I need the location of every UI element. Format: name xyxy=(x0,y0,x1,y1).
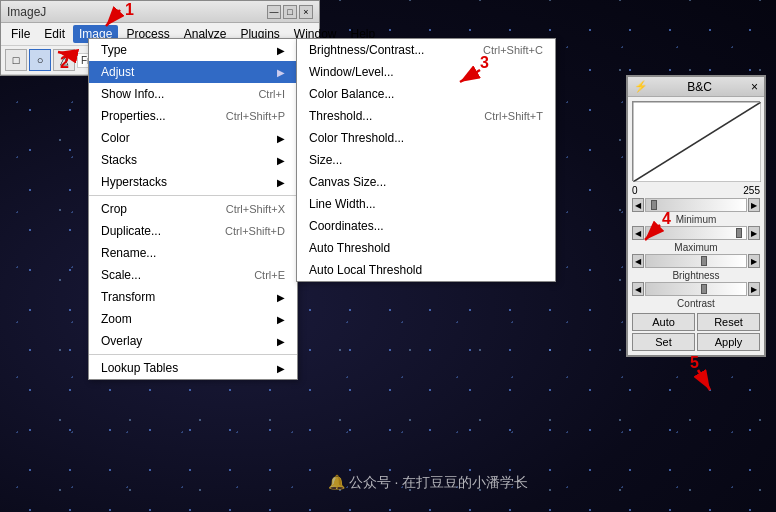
bc-max-label: 255 xyxy=(743,185,760,196)
bc-icon: ⚡ xyxy=(634,80,648,93)
bc-graph xyxy=(632,101,760,181)
minimum-label: Minimum xyxy=(632,214,760,225)
set-button[interactable]: Set xyxy=(632,333,695,351)
bc-close-button[interactable]: × xyxy=(751,80,758,94)
adjust-submenu: Brightness/Contrast... Ctrl+Shift+C Wind… xyxy=(296,38,556,282)
minimum-slider-row: ◀ ▶ xyxy=(632,198,760,212)
auto-button[interactable]: Auto xyxy=(632,313,695,331)
minimum-slider-thumb[interactable] xyxy=(651,200,657,210)
submenu-auto-threshold[interactable]: Auto Threshold xyxy=(297,237,555,259)
submenu-auto-local-threshold[interactable]: Auto Local Threshold xyxy=(297,259,555,281)
submenu-line-width[interactable]: Line Width... xyxy=(297,193,555,215)
menu-crop[interactable]: Crop Ctrl+Shift+X xyxy=(89,198,297,220)
brightness-slider-left[interactable]: ◀ xyxy=(632,254,644,268)
submenu-coordinates[interactable]: Coordinates... xyxy=(297,215,555,237)
menu-duplicate[interactable]: Duplicate... Ctrl+Shift+D xyxy=(89,220,297,242)
submenu-window-level[interactable]: Window/Level... xyxy=(297,61,555,83)
maximum-slider-track[interactable] xyxy=(645,226,747,240)
menu-show-info[interactable]: Show Info... Ctrl+I xyxy=(89,83,297,105)
bc-panel: ⚡ B&C × 0 255 ◀ ▶ Minimum xyxy=(626,75,766,357)
bc-content: 0 255 ◀ ▶ Minimum ◀ ▶ Maximum ◀ ▶ xyxy=(628,97,764,355)
close-button[interactable]: × xyxy=(299,5,313,19)
divider-1 xyxy=(89,195,297,196)
apply-button[interactable]: Apply xyxy=(697,333,760,351)
tool-rectangle[interactable]: □ xyxy=(5,49,27,71)
maximum-slider-thumb[interactable] xyxy=(736,228,742,238)
menu-scale[interactable]: Scale... Ctrl+E xyxy=(89,264,297,286)
menu-transform[interactable]: Transform ▶ xyxy=(89,286,297,308)
contrast-slider-track[interactable] xyxy=(645,282,747,296)
image-dropdown: Type ▶ Adjust ▶ Show Info... Ctrl+I Prop… xyxy=(88,38,298,380)
bc-min-label: 0 xyxy=(632,185,638,196)
maximum-slider-left[interactable]: ◀ xyxy=(632,226,644,240)
menu-type[interactable]: Type ▶ xyxy=(89,39,297,61)
submenu-color-balance[interactable]: Color Balance... xyxy=(297,83,555,105)
app-title: ImageJ xyxy=(7,5,46,19)
contrast-slider-left[interactable]: ◀ xyxy=(632,282,644,296)
maximum-slider-row: ◀ ▶ xyxy=(632,226,760,240)
menu-adjust[interactable]: Adjust ▶ xyxy=(89,61,297,83)
maximize-button[interactable]: □ xyxy=(283,5,297,19)
minimum-slider-track[interactable] xyxy=(645,198,747,212)
maximum-slider-right[interactable]: ▶ xyxy=(748,226,760,240)
menu-hyperstacks[interactable]: Hyperstacks ▶ xyxy=(89,171,297,193)
brightness-slider-right[interactable]: ▶ xyxy=(748,254,760,268)
menu-rename[interactable]: Rename... xyxy=(89,242,297,264)
brightness-label: Brightness xyxy=(632,270,760,281)
maximum-label: Maximum xyxy=(632,242,760,253)
bc-title-bar: ⚡ B&C × xyxy=(628,77,764,97)
reset-button[interactable]: Reset xyxy=(697,313,760,331)
contrast-label: Contrast xyxy=(632,298,760,309)
menu-overlay[interactable]: Overlay ▶ xyxy=(89,330,297,352)
bc-histogram-svg xyxy=(633,102,761,182)
bc-title: B&C xyxy=(687,80,712,94)
submenu-size[interactable]: Size... xyxy=(297,149,555,171)
minimize-button[interactable]: — xyxy=(267,5,281,19)
submenu-brightness-contrast[interactable]: Brightness/Contrast... Ctrl+Shift+C xyxy=(297,39,555,61)
bc-range-labels: 0 255 xyxy=(632,185,760,196)
menu-stacks[interactable]: Stacks ▶ xyxy=(89,149,297,171)
tool-oval[interactable]: ○ xyxy=(29,49,51,71)
minimum-slider-right[interactable]: ▶ xyxy=(748,198,760,212)
window-controls: — □ × xyxy=(267,5,313,19)
watermark: 🔔 公众号 · 在打豆豆的小潘学长 xyxy=(328,474,529,492)
divider-2 xyxy=(89,354,297,355)
submenu-color-threshold[interactable]: Color Threshold... xyxy=(297,127,555,149)
menu-properties[interactable]: Properties... Ctrl+Shift+P xyxy=(89,105,297,127)
brightness-slider-track[interactable] xyxy=(645,254,747,268)
menu-color[interactable]: Color ▶ xyxy=(89,127,297,149)
menu-zoom[interactable]: Zoom ▶ xyxy=(89,308,297,330)
submenu-threshold[interactable]: Threshold... Ctrl+Shift+T xyxy=(297,105,555,127)
bc-buttons: Auto Reset Set Apply xyxy=(632,313,760,351)
minimum-slider-left[interactable]: ◀ xyxy=(632,198,644,212)
tool-polygon[interactable]: △ xyxy=(53,49,75,71)
menu-lookup-tables[interactable]: Lookup Tables ▶ xyxy=(89,357,297,379)
submenu-canvas-size[interactable]: Canvas Size... xyxy=(297,171,555,193)
menu-edit[interactable]: Edit xyxy=(38,25,71,43)
title-bar: ImageJ — □ × xyxy=(1,1,319,23)
menu-file[interactable]: File xyxy=(5,25,36,43)
brightness-slider-row: ◀ ▶ xyxy=(632,254,760,268)
contrast-slider-row: ◀ ▶ xyxy=(632,282,760,296)
contrast-slider-right[interactable]: ▶ xyxy=(748,282,760,296)
contrast-slider-thumb[interactable] xyxy=(701,284,707,294)
brightness-slider-thumb[interactable] xyxy=(701,256,707,266)
